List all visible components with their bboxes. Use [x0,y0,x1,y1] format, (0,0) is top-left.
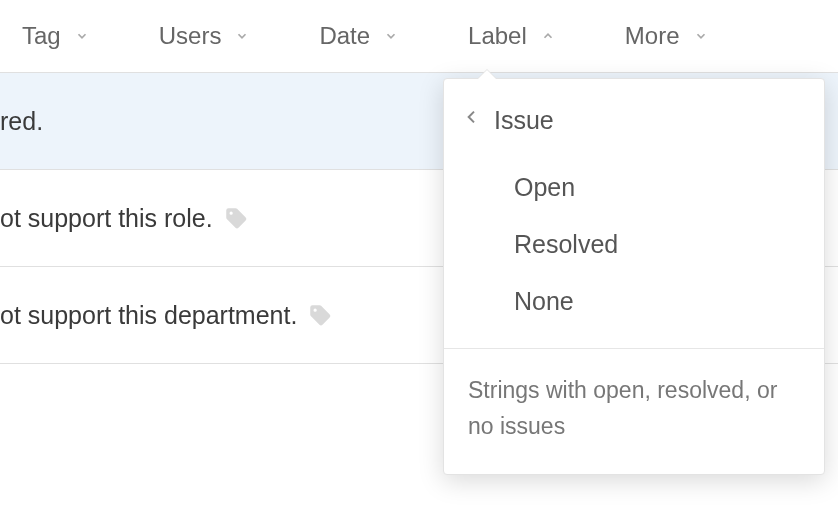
dropdown-options: Open Resolved None [444,155,824,348]
dropdown-option-open[interactable]: Open [444,159,824,216]
list-item-text: red. [0,107,43,136]
filter-users[interactable]: Users [159,22,250,50]
dropdown-option-none[interactable]: None [444,273,824,330]
filter-more[interactable]: More [625,22,708,50]
chevron-down-icon [694,29,708,43]
dropdown-option-resolved[interactable]: Resolved [444,216,824,273]
chevron-down-icon [384,29,398,43]
filter-tag[interactable]: Tag [22,22,89,50]
label-dropdown: Issue Open Resolved None Strings with op… [443,78,825,475]
filter-bar: Tag Users Date Label More [0,0,838,73]
filter-users-label: Users [159,22,222,50]
dropdown-description: Strings with open, resolved, or no issue… [444,348,824,474]
list-item-text: ot support this role. [0,204,213,233]
dropdown-back-button[interactable]: Issue [444,91,824,155]
dropdown-header-label: Issue [494,106,554,135]
filter-date[interactable]: Date [319,22,398,50]
filter-date-label: Date [319,22,370,50]
chevron-up-icon [541,29,555,43]
list-item-text: ot support this department. [0,301,297,330]
chevron-down-icon [75,29,89,43]
filter-tag-label: Tag [22,22,61,50]
tag-icon [307,302,333,328]
filter-label-label: Label [468,22,527,50]
filter-label[interactable]: Label [468,22,555,50]
filter-more-label: More [625,22,680,50]
chevron-down-icon [235,29,249,43]
tag-icon [223,205,249,231]
chevron-left-icon [464,105,480,135]
